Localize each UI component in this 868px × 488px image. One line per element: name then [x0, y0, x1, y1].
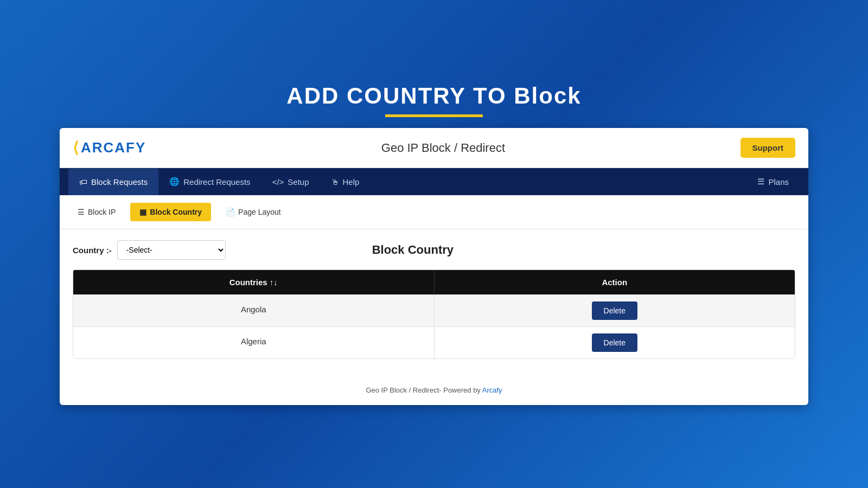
- redirect-requests-icon: 🌐: [169, 177, 180, 187]
- nav-bar: 🏷 Block Requests 🌐 Redirect Requests </>…: [60, 168, 808, 195]
- sub-nav: ☰ Block IP ▦ Block Country 📄 Page Layout: [60, 195, 808, 229]
- nav-block-requests-label: Block Requests: [91, 177, 148, 187]
- country-label: Country :-: [73, 246, 112, 255]
- setup-icon: </>: [272, 177, 284, 187]
- col-header-countries: Countries ↑↓: [73, 270, 435, 294]
- nav-block-requests[interactable]: 🏷 Block Requests: [68, 169, 158, 195]
- countries-table: Countries ↑↓ Action Angola Delete Algeri…: [73, 269, 795, 359]
- logo-chevron: ⟨: [73, 139, 79, 157]
- main-card: ⟨ ARCAFY Geo IP Block / Redirect Support…: [60, 128, 808, 405]
- nav-setup-label: Setup: [288, 177, 309, 187]
- footer-text: Geo IP Block / Redirect- Powered by Arca…: [366, 386, 502, 394]
- delete-button-2[interactable]: Delete: [592, 333, 637, 352]
- card-footer: Geo IP Block / Redirect- Powered by Arca…: [60, 375, 808, 405]
- header-center-title: Geo IP Block / Redirect: [381, 141, 505, 155]
- country-select[interactable]: -Select- Afghanistan Albania Algeria Ang…: [117, 240, 226, 260]
- block-country-heading: Block Country: [372, 243, 454, 257]
- block-country-icon: ▦: [139, 208, 146, 216]
- plans-list-icon: ☰: [757, 177, 764, 187]
- nav-plans-label: Plans: [768, 177, 789, 187]
- sub-nav-block-ip[interactable]: ☰ Block IP: [68, 203, 125, 221]
- card-header: ⟨ ARCAFY Geo IP Block / Redirect Support: [60, 128, 808, 168]
- nav-redirect-requests-label: Redirect Requests: [183, 177, 250, 187]
- title-underline: [385, 114, 483, 117]
- footer-brand: Arcafy: [482, 386, 502, 394]
- table-header: Countries ↑↓ Action: [73, 270, 795, 294]
- block-ip-icon: ☰: [78, 208, 85, 216]
- nav-help[interactable]: 🖱 Help: [320, 169, 371, 195]
- cell-action-2: Delete: [435, 327, 795, 358]
- block-requests-icon: 🏷: [79, 177, 87, 187]
- help-icon: 🖱: [331, 177, 339, 187]
- logo: ⟨ ARCAFY: [73, 139, 146, 157]
- table-row: Angola Delete: [73, 294, 795, 326]
- nav-plans[interactable]: ☰ Plans: [746, 168, 800, 195]
- cell-country-1: Angola: [73, 295, 435, 326]
- table-row: Algeria Delete: [73, 326, 795, 358]
- nav-redirect-requests[interactable]: 🌐 Redirect Requests: [158, 168, 261, 195]
- cell-action-1: Delete: [435, 295, 795, 326]
- page-title-area: ADD COUNTRY TO Block: [11, 83, 857, 117]
- cell-country-2: Algeria: [73, 327, 435, 358]
- logo-text: ARCAFY: [81, 139, 146, 156]
- nav-help-label: Help: [343, 177, 360, 187]
- page-layout-icon: 📄: [226, 208, 235, 216]
- sub-nav-block-ip-label: Block IP: [88, 208, 116, 216]
- country-select-row: Country :- -Select- Afghanistan Albania …: [73, 240, 795, 260]
- nav-setup[interactable]: </> Setup: [261, 169, 320, 195]
- sub-nav-block-country-label: Block Country: [150, 208, 202, 216]
- sub-nav-page-layout-label: Page Layout: [238, 208, 281, 216]
- page-main-title: ADD COUNTRY TO Block: [11, 83, 857, 109]
- support-button[interactable]: Support: [741, 138, 796, 158]
- content-area: Country :- -Select- Afghanistan Albania …: [60, 229, 808, 375]
- sub-nav-page-layout[interactable]: 📄 Page Layout: [216, 203, 290, 221]
- col-header-action: Action: [435, 270, 795, 294]
- delete-button-1[interactable]: Delete: [592, 301, 637, 320]
- sub-nav-block-country[interactable]: ▦ Block Country: [130, 203, 211, 221]
